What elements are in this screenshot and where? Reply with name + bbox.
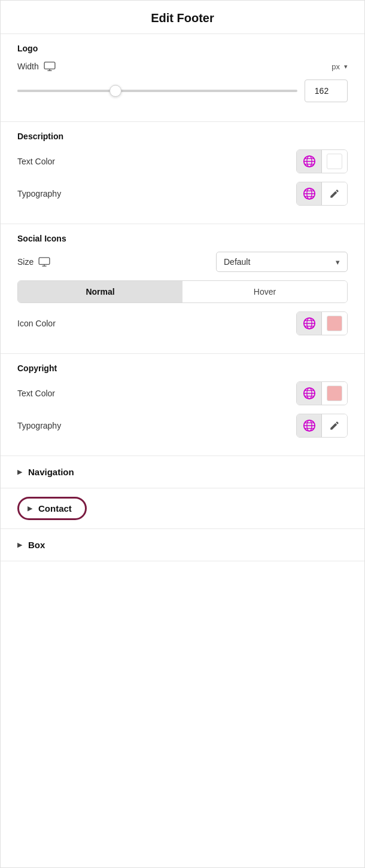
normal-tab[interactable]: Normal — [18, 281, 182, 302]
copyright-typography-edit-btn[interactable] — [322, 414, 347, 437]
copyright-typography-row: Typography — [17, 414, 348, 438]
size-row: Size Default ▾ — [17, 252, 348, 272]
social-icons-title: Social Icons — [17, 234, 348, 243]
width-input[interactable] — [305, 80, 348, 102]
unit-select[interactable]: px ▾ — [331, 62, 348, 71]
copyright-section: Copyright Text Color Typography — [1, 354, 364, 456]
svg-rect-13 — [39, 258, 50, 265]
size-label: Size — [17, 257, 50, 267]
size-monitor-icon — [38, 257, 50, 267]
description-text-color-label: Text Color — [17, 157, 55, 166]
icon-color-row: Icon Color — [17, 311, 348, 335]
description-typography-row: Typography — [17, 182, 348, 206]
width-label: Width — [17, 62, 56, 71]
navigation-expand-arrow: ▶ — [17, 468, 22, 476]
width-row: Width px ▾ — [17, 62, 348, 71]
page-header: Edit Footer — [1, 1, 364, 34]
copyright-text-color-control — [296, 381, 348, 405]
contact-expand-arrow: ▶ — [28, 505, 32, 512]
copyright-text-color-swatch[interactable] — [322, 382, 347, 405]
icon-color-swatch[interactable] — [322, 312, 347, 335]
page-title: Edit Footer — [13, 11, 352, 25]
icon-color-globe-btn[interactable] — [297, 312, 322, 335]
monitor-icon — [44, 62, 56, 71]
description-text-color-swatch[interactable] — [322, 150, 347, 173]
normal-hover-toggle: Normal Hover — [17, 280, 348, 303]
social-icons-section: Social Icons Size Default ▾ Normal Hover… — [1, 224, 364, 354]
copyright-text-color-label: Text Color — [17, 389, 55, 398]
copyright-typography-control — [296, 414, 348, 438]
box-section[interactable]: ▶ Box — [1, 529, 364, 561]
description-typography-label: Typography — [17, 189, 61, 198]
hover-tab[interactable]: Hover — [182, 281, 347, 302]
width-slider[interactable] — [17, 85, 297, 97]
description-text-color-control — [296, 149, 348, 173]
description-text-color-row: Text Color — [17, 149, 348, 173]
copyright-text-color-row: Text Color — [17, 381, 348, 405]
icon-color-control — [296, 311, 348, 335]
logo-section-title: Logo — [17, 44, 348, 53]
copyright-text-color-globe-btn[interactable] — [297, 382, 322, 405]
contact-title: Contact — [38, 503, 72, 514]
box-expand-arrow: ▶ — [17, 541, 22, 549]
chevron-down-icon: ▾ — [344, 63, 348, 71]
navigation-section[interactable]: ▶ Navigation — [1, 456, 364, 488]
description-typography-control — [296, 182, 348, 206]
copyright-typography-globe-btn[interactable] — [297, 414, 322, 437]
contact-oval: ▶ Contact — [17, 497, 87, 520]
box-title: Box — [28, 540, 45, 550]
svg-rect-0 — [44, 62, 55, 69]
logo-section: Logo Width px ▾ — [1, 34, 364, 122]
copyright-title: Copyright — [17, 363, 348, 373]
description-text-color-globe-btn[interactable] — [297, 150, 322, 173]
navigation-title: Navigation — [28, 467, 74, 477]
slider-row — [17, 80, 348, 102]
icon-color-label: Icon Color — [17, 319, 56, 328]
size-dropdown-arrow: ▾ — [336, 258, 340, 267]
description-title: Description — [17, 132, 348, 141]
size-dropdown[interactable]: Default ▾ — [216, 252, 348, 272]
contact-section[interactable]: ▶ Contact — [1, 488, 364, 529]
copyright-typography-label: Typography — [17, 421, 61, 430]
description-typography-edit-btn[interactable] — [322, 182, 347, 205]
description-section: Description Text Color Typography — [1, 122, 364, 224]
description-typography-globe-btn[interactable] — [297, 182, 322, 205]
